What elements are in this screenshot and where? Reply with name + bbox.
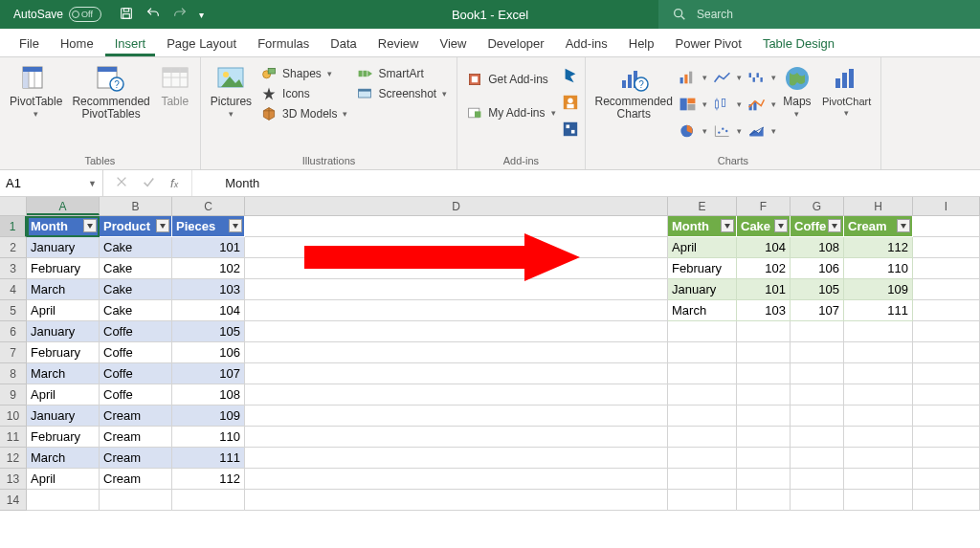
column-header-C[interactable]: C (172, 197, 245, 215)
row-header[interactable]: 14 (0, 490, 27, 511)
cell-A11[interactable]: February (27, 427, 100, 448)
cell-B7[interactable]: Coffe (100, 342, 172, 363)
cell-I8[interactable] (913, 363, 980, 384)
formula-input[interactable]: Month (192, 170, 980, 196)
scatter-chart-icon[interactable] (713, 119, 742, 143)
tab-page-layout[interactable]: Page Layout (157, 31, 246, 56)
cell-I12[interactable] (913, 448, 980, 469)
filter-icon[interactable] (774, 219, 788, 232)
tab-help[interactable]: Help (619, 31, 664, 56)
cell-I6[interactable] (913, 321, 980, 342)
cell-F14[interactable] (737, 490, 791, 511)
cell-E11[interactable] (668, 427, 737, 448)
surface-chart-icon[interactable] (747, 119, 776, 143)
cell-E6[interactable] (668, 321, 737, 342)
shapes-button[interactable]: Shapes (257, 65, 351, 82)
tab-view[interactable]: View (430, 31, 476, 56)
cell-A13[interactable]: April (27, 469, 100, 490)
cell-D12[interactable] (245, 448, 668, 469)
cell-E7[interactable] (668, 342, 737, 363)
cell-G9[interactable] (791, 384, 844, 406)
win-loss-chart-icon[interactable] (747, 65, 776, 90)
cell-C7[interactable]: 106 (172, 342, 245, 363)
cell-C6[interactable]: 105 (172, 321, 245, 342)
row-header[interactable]: 3 (0, 258, 27, 279)
tab-add-ins[interactable]: Add-ins (556, 31, 617, 56)
cell-I9[interactable] (913, 384, 980, 406)
cell-F8[interactable] (737, 363, 791, 384)
pivotchart-button[interactable]: PivotChart (818, 61, 875, 121)
cell-I5[interactable] (913, 300, 980, 321)
cell-C1[interactable]: Pieces (172, 216, 245, 237)
cell-I10[interactable] (913, 406, 980, 427)
cell-A14[interactable] (27, 490, 100, 511)
cell-B12[interactable]: Cream (100, 448, 172, 469)
recommended-pivottables-button[interactable]: ? Recommended PivotTables (68, 61, 153, 122)
filter-icon[interactable] (897, 219, 910, 232)
visio-visualizer-icon[interactable] (562, 121, 579, 142)
tab-file[interactable]: File (10, 31, 49, 56)
tab-table-design[interactable]: Table Design (753, 31, 844, 56)
cell-C9[interactable]: 108 (172, 384, 245, 406)
get-addins-button[interactable]: Get Add-ins (463, 71, 559, 88)
recommended-charts-button[interactable]: ? Recommended Charts (591, 61, 677, 122)
redo-icon[interactable] (172, 6, 188, 24)
tab-home[interactable]: Home (51, 31, 103, 56)
cell-I13[interactable] (913, 469, 980, 490)
cell-E14[interactable] (668, 490, 737, 511)
cell-G14[interactable] (791, 490, 844, 511)
column-header-I[interactable]: I (913, 197, 980, 215)
cell-C2[interactable]: 101 (172, 237, 245, 258)
tab-formulas[interactable]: Formulas (248, 31, 319, 56)
column-chart-icon[interactable] (679, 65, 707, 90)
screenshot-button[interactable]: Screenshot (353, 85, 451, 102)
cell-A2[interactable]: January (27, 237, 100, 258)
cell-A10[interactable]: January (27, 406, 100, 427)
cell-H5[interactable]: 111 (844, 300, 913, 321)
cell-H6[interactable] (844, 321, 913, 342)
filter-icon[interactable] (828, 219, 841, 232)
pivottable-button[interactable]: PivotTable (6, 61, 66, 121)
cell-F9[interactable] (737, 384, 791, 406)
cell-A4[interactable]: March (27, 279, 100, 300)
smartart-button[interactable]: SmartArt (353, 65, 451, 82)
cell-H14[interactable] (844, 490, 913, 511)
statistic-chart-icon[interactable] (713, 92, 742, 117)
line-chart-icon[interactable] (713, 65, 742, 90)
cell-A7[interactable]: February (27, 342, 100, 363)
filter-icon[interactable] (721, 219, 734, 232)
row-header[interactable]: 2 (0, 237, 27, 258)
cell-F13[interactable] (737, 469, 791, 490)
cell-D10[interactable] (245, 406, 668, 427)
cell-H13[interactable] (844, 469, 913, 490)
cell-F6[interactable] (737, 321, 791, 342)
cell-I11[interactable] (913, 427, 980, 448)
cell-E9[interactable] (668, 384, 737, 406)
cell-D8[interactable] (245, 363, 668, 384)
cell-B11[interactable]: Cream (100, 427, 172, 448)
3d-models-button[interactable]: 3D Models (257, 105, 351, 122)
cell-H10[interactable] (844, 406, 913, 427)
cell-G7[interactable] (791, 342, 844, 363)
tab-review[interactable]: Review (368, 31, 429, 56)
cell-B8[interactable]: Coffe (100, 363, 172, 384)
cell-B13[interactable]: Cream (100, 469, 172, 490)
cell-A5[interactable]: April (27, 300, 100, 321)
row-header[interactable]: 12 (0, 448, 27, 469)
cell-F5[interactable]: 103 (737, 300, 791, 321)
cell-E4[interactable]: January (668, 279, 737, 300)
cell-I14[interactable] (913, 490, 980, 511)
row-header[interactable]: 13 (0, 469, 27, 490)
column-header-B[interactable]: B (100, 197, 172, 215)
cell-H7[interactable] (844, 342, 913, 363)
cell-G11[interactable] (791, 427, 844, 448)
cell-I1[interactable] (913, 216, 980, 237)
spreadsheet[interactable]: ABCDEFGHI 1MonthProductPiecesMonthCakeCo… (0, 197, 980, 511)
cell-H2[interactable]: 112 (844, 237, 913, 258)
cell-B6[interactable]: Coffe (100, 321, 172, 342)
cell-A3[interactable]: February (27, 258, 100, 279)
cell-E2[interactable]: April (668, 237, 737, 258)
cell-B4[interactable]: Cake (100, 279, 172, 300)
cell-G6[interactable] (791, 321, 844, 342)
name-box[interactable]: A1▼ (0, 170, 103, 196)
